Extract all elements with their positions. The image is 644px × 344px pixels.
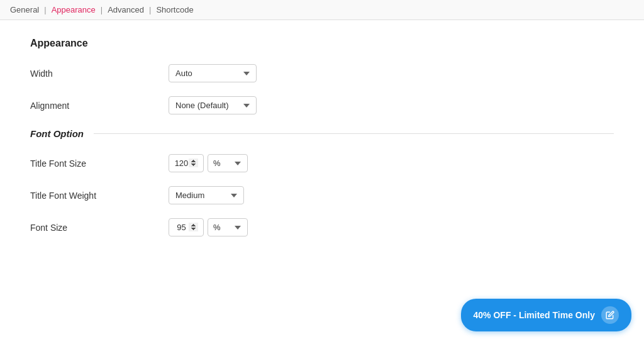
- title-font-size-label: Title Font Size: [30, 158, 169, 169]
- section-title: Appearance: [30, 38, 614, 49]
- title-font-weight-select[interactable]: Thin Light Regular Medium Semi Bold Bold…: [169, 186, 244, 204]
- tab-appearance[interactable]: Appearance: [49, 4, 98, 16]
- tab-navigation: General | Appearance | Advanced | Shortc…: [0, 0, 644, 20]
- promo-label: 40% OFF - Limited Time Only: [474, 310, 595, 320]
- font-section-divider: Font Option: [30, 128, 614, 139]
- width-label: Width: [30, 69, 169, 79]
- font-size-unit-select[interactable]: % px em rem: [208, 218, 248, 236]
- separator-1: |: [44, 5, 46, 14]
- alignment-label: Alignment: [30, 101, 169, 111]
- font-size-row: Font Size % px em rem: [30, 218, 614, 236]
- title-font-weight-label: Title Font Weight: [30, 191, 169, 201]
- font-section-title: Font Option: [30, 128, 84, 139]
- main-content: Appearance Width Auto Full Width Custom …: [0, 20, 644, 268]
- alignment-row: Alignment None (Default) Left Center Rig…: [30, 96, 614, 114]
- font-size-label: Font Size: [30, 223, 169, 233]
- font-size-input[interactable]: [169, 218, 204, 236]
- width-row: Width Auto Full Width Custom: [30, 64, 614, 82]
- alignment-control: None (Default) Left Center Right: [169, 96, 257, 114]
- font-size-control: % px em rem: [169, 218, 248, 236]
- tab-shortcode[interactable]: Shortcode: [153, 4, 196, 16]
- width-control: Auto Full Width Custom: [169, 64, 257, 82]
- title-font-size-control: % px em rem: [169, 154, 248, 172]
- promo-icon: [601, 306, 619, 324]
- title-font-size-input[interactable]: [169, 154, 204, 172]
- separator-3: |: [149, 5, 151, 14]
- divider-line: [94, 133, 614, 134]
- title-font-size-row: Title Font Size % px em rem: [30, 154, 614, 172]
- separator-2: |: [101, 5, 103, 14]
- title-font-size-unit-select[interactable]: % px em rem: [208, 154, 248, 172]
- width-select[interactable]: Auto Full Width Custom: [169, 64, 257, 82]
- title-font-weight-row: Title Font Weight Thin Light Regular Med…: [30, 186, 614, 204]
- title-font-weight-control: Thin Light Regular Medium Semi Bold Bold…: [169, 186, 244, 204]
- promo-button[interactable]: 40% OFF - Limited Time Only: [461, 299, 631, 331]
- tab-advanced[interactable]: Advanced: [105, 4, 147, 16]
- tab-general[interactable]: General: [8, 4, 42, 16]
- alignment-select[interactable]: None (Default) Left Center Right: [169, 96, 257, 114]
